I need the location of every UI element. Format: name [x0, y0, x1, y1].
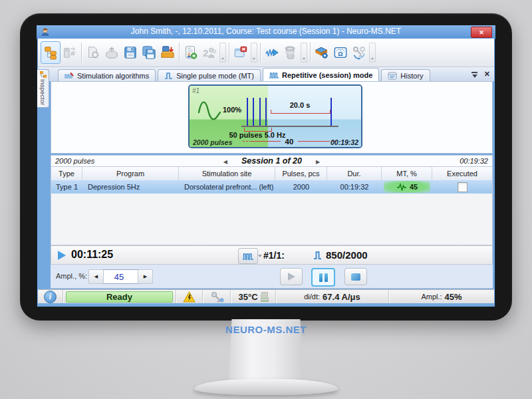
amplitude-decrease-button[interactable]: ◀: [88, 269, 104, 284]
card-total-pulses: 2000 pulses: [193, 138, 233, 146]
emg-monitor-icon[interactable]: [263, 42, 281, 63]
tab-label: History: [400, 72, 423, 80]
stop-icon: [351, 273, 360, 281]
pulse-line: [331, 98, 332, 126]
inspector-label: Inspector: [39, 79, 47, 105]
patients-list-icon[interactable]: 2: [200, 42, 219, 63]
play-icon: [288, 273, 295, 281]
save-all-icon[interactable]: [140, 42, 158, 63]
ready-badge: Ready: [66, 291, 173, 303]
tab-repetitive-session-mode[interactable]: Repetitive (session) mode: [263, 68, 379, 81]
tab-bar: Stimulation algorithms Single pulse mode…: [38, 67, 494, 81]
card-duration: 00:19:32: [331, 138, 358, 146]
start-button[interactable]: [280, 268, 303, 285]
table-row[interactable]: Type 1 Depression 5Hz Dorsolateral prefr…: [51, 180, 493, 194]
pulse-line: [253, 98, 254, 126]
toolbar-separator: [179, 43, 180, 63]
algorithms-icon: [65, 72, 74, 80]
session-duration: 00:19:32: [460, 157, 488, 165]
running-icon: [58, 251, 66, 260]
toolbar-group-options[interactable]: [301, 43, 307, 63]
pin-icon[interactable]: [471, 71, 478, 78]
inspector-tab[interactable]: Inspector: [37, 69, 49, 108]
toolbar-separator: [260, 43, 261, 63]
pulse-line: [265, 98, 267, 126]
stop-button[interactable]: [344, 268, 367, 285]
session-card: #1 100% 20.0 s 50 pulses 5.0 Hz 2000 pul…: [188, 84, 362, 148]
history-icon: [388, 72, 397, 80]
monitor-stand-base: [194, 379, 338, 395]
monitor: John Smith, -, 12.10.2011, Course: Test …: [20, 13, 512, 321]
import-session-icon[interactable]: [102, 42, 121, 63]
info-icon[interactable]: i: [44, 291, 57, 303]
cell-pulses: 2000: [275, 180, 327, 194]
pause-button[interactable]: [311, 268, 335, 287]
column-site[interactable]: Stimulation site: [179, 167, 275, 180]
pulse-counter: 850/2000: [326, 249, 368, 261]
train-mode-button[interactable]: [238, 248, 258, 264]
amplitude-field[interactable]: 45: [103, 270, 135, 283]
toolbar-separator: [81, 43, 82, 63]
pulse-train-icon: [242, 251, 254, 261]
status-cooling: ❄: [203, 290, 231, 303]
window-title: John Smith, -, 12.10.2011, Course: Test …: [37, 27, 495, 36]
trains-line-left: [243, 140, 281, 142]
tab-history[interactable]: History: [381, 69, 430, 81]
progress-bar: 00:11:25 #1/1: 850/2000: [51, 245, 493, 265]
amplitude-stepper: ◀ 45 ▶: [88, 269, 153, 284]
export-archive-icon[interactable]: [158, 42, 177, 63]
column-pulses[interactable]: Pulses, pcs: [275, 167, 327, 180]
svg-text:2: 2: [203, 48, 208, 59]
add-patient-card-icon[interactable]: [182, 42, 200, 63]
inspector-icon: [40, 71, 47, 78]
pause-icon: [319, 273, 323, 282]
snowflake-icon: ❄: [219, 297, 224, 304]
next-session-button[interactable]: ▶: [316, 159, 320, 165]
close-session-icon[interactable]: [231, 42, 250, 63]
device-parameters-icon[interactable]: [313, 42, 331, 63]
status-state: Ready: [63, 290, 176, 303]
card-id: #1: [192, 87, 200, 94]
tab-single-pulse-mode[interactable]: Single pulse mode (MT): [158, 69, 261, 81]
window-close-button[interactable]: ✕: [471, 27, 492, 38]
toolbar-group-options[interactable]: [369, 43, 376, 63]
key-exchange-icon[interactable]: [350, 42, 368, 63]
cell-type: Type 1: [51, 180, 82, 194]
coil-cooling-icon: ❄: [210, 291, 223, 303]
prev-session-button[interactable]: ◀: [223, 159, 227, 165]
tab-close-icon[interactable]: ✕: [484, 70, 490, 78]
didt-value: 67.4 A/μs: [323, 292, 360, 302]
toolbar-group-options[interactable]: [251, 43, 257, 63]
status-ampl-value: 45%: [445, 292, 462, 302]
column-mt[interactable]: MT, %: [382, 167, 432, 180]
coil-navigation-icon[interactable]: [281, 42, 300, 63]
toolbar-group-options[interactable]: [219, 43, 226, 63]
sine-wave-icon: [198, 96, 221, 122]
column-executed[interactable]: Executed: [432, 167, 492, 180]
table-empty-area: [51, 194, 493, 245]
status-didt: di/dt: 67.4 A/μs: [276, 290, 389, 303]
amplitude-increase-button[interactable]: ▶: [138, 269, 153, 284]
column-program[interactable]: Program: [82, 167, 179, 180]
tab-label: Single pulse mode (MT): [176, 72, 254, 80]
card-trains-count: 40: [281, 138, 298, 146]
impedance-meter-icon[interactable]: Ω: [331, 42, 350, 63]
cell-program: Depression 5Hz: [82, 180, 179, 194]
patient-tree-icon[interactable]: [41, 41, 61, 64]
brand-logo: NEURO-MS.NET: [213, 324, 319, 335]
new-session-icon[interactable]: [84, 42, 102, 63]
elapsed-time: 00:11:25: [71, 249, 113, 261]
high-voltage-warning-icon: [183, 291, 196, 303]
amplitude-label: Ampl., %:: [56, 272, 87, 280]
single-pulse-icon: [164, 72, 173, 80]
stimulator-device-icon[interactable]: [61, 42, 79, 63]
executed-checkbox[interactable]: [458, 182, 467, 192]
column-duration[interactable]: Dur.: [327, 167, 382, 180]
column-type[interactable]: Type: [51, 167, 82, 180]
tab-stimulation-algorithms[interactable]: Stimulation algorithms: [58, 69, 156, 81]
status-ampl-label: Ampl.:: [421, 293, 442, 301]
session-title: Session 1 of 20: [241, 156, 302, 166]
table-header: Type Program Stimulation site Pulses, pc…: [51, 167, 493, 180]
toolbar-separator: [229, 43, 229, 63]
save-icon[interactable]: [121, 42, 140, 63]
